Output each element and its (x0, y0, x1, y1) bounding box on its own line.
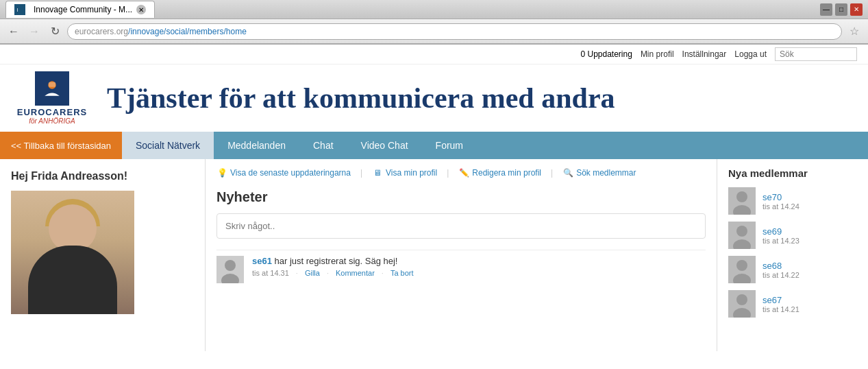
browser-favicon: I (14, 4, 25, 15)
bookmark-btn[interactable]: ☆ (846, 23, 863, 40)
settings-link[interactable]: Inställningar (682, 49, 727, 59)
post-content: se61 har just registrerat sig. Säg hej! … (252, 256, 706, 277)
tab-close-btn[interactable]: ✕ (136, 5, 146, 14)
logout-link[interactable]: Logga ut (734, 49, 767, 59)
svg-point-6 (225, 260, 236, 271)
svg-point-12 (736, 226, 747, 237)
news-section: Nyheter se61 h (216, 189, 706, 289)
action-edit-link[interactable]: ✏️ Redigera min profil (458, 167, 541, 178)
tab-title: Innovage Community - M... (34, 5, 132, 14)
svg-point-15 (736, 260, 747, 271)
close-btn[interactable]: ✕ (850, 3, 863, 16)
meta-sep3: · (382, 269, 384, 277)
action-bar: 💡 Visa de senaste uppdateringarna | 🖥 Vi… (216, 167, 706, 178)
updates-count: 0 Uppdatering (580, 49, 632, 59)
left-panel: Hej Frida Andreasson! (0, 159, 206, 351)
browser-tab[interactable]: I Innovage Community - M... ✕ (5, 1, 155, 18)
my-profile-link[interactable]: Min profil (641, 49, 674, 59)
member-item-1: se69 tis at 14.23 (728, 222, 857, 249)
member-avatar-3 (728, 290, 756, 318)
page-content: 0 Uppdatering Min profil Inställningar L… (0, 45, 868, 351)
minimize-btn[interactable]: — (820, 3, 832, 16)
search-input[interactable] (775, 47, 857, 61)
member-info-2: se68 tis at 14.22 (762, 261, 799, 279)
member-time-2: tis at 14.22 (762, 271, 799, 279)
sep1: | (360, 168, 362, 178)
nav-item-chat[interactable]: Chat (299, 132, 347, 159)
nav-item-social[interactable]: Socialt Nätverk (122, 132, 214, 159)
post-meta: tis at 14.31 · Gilla · Kommentar · Ta bo… (252, 269, 706, 277)
member-item-0: se70 tis at 14.24 (728, 187, 857, 215)
svg-point-18 (736, 294, 747, 305)
news-input[interactable] (216, 213, 706, 239)
back-nav-btn[interactable]: ← (5, 23, 22, 40)
news-title: Nyheter (216, 189, 706, 205)
member-info-1: se69 tis at 14.23 (762, 226, 799, 245)
member-avatar-1 (728, 222, 756, 249)
post-time: tis at 14.31 (252, 269, 289, 277)
nav-bar: << Tillbaka till förstasidan Socialt Nät… (0, 132, 868, 159)
post-message: har just registrerat sig. Säg hej! (272, 256, 398, 266)
avatar-icon (216, 256, 244, 283)
reload-btn[interactable]: ↻ (47, 23, 63, 40)
url-path: /innovage/social/members/home (128, 27, 247, 36)
member-info-3: se67 tis at 14.21 (762, 295, 799, 313)
forward-nav-btn[interactable]: → (26, 23, 42, 40)
member-avatar-2 (728, 256, 756, 283)
member-name-1[interactable]: se69 (762, 226, 799, 237)
edit-icon: ✏️ (458, 167, 469, 178)
news-post: se61 har just registrerat sig. Säg hej! … (216, 250, 706, 289)
main-layout: Hej Frida Andreasson! 💡 Visa de senaste … (0, 159, 868, 351)
profile-image (11, 191, 134, 314)
new-members-title: Nya medlemmar (728, 167, 857, 179)
meta-sep2: · (327, 269, 329, 277)
action-updates-link[interactable]: 💡 Visa de senaste uppdateringarna (216, 167, 351, 178)
maximize-btn[interactable]: □ (835, 3, 847, 16)
action-edit-label: Redigera min profil (472, 168, 541, 178)
search-icon: 🔍 (562, 167, 573, 178)
svg-point-9 (736, 191, 747, 202)
center-panel: 💡 Visa de senaste uppdateringarna | 🖥 Vi… (206, 159, 717, 351)
member-name-2[interactable]: se68 (762, 261, 799, 271)
top-bar: 0 Uppdatering Min profil Inställningar L… (0, 45, 868, 64)
right-panel: Nya medlemmar se70 tis at 14.24 se69 tis… (717, 159, 868, 351)
back-to-home-btn[interactable]: << Tillbaka till förstasidan (0, 132, 122, 159)
nav-item-videochat[interactable]: Video Chat (347, 132, 422, 159)
post-text: se61 har just registrerat sig. Säg hej! (252, 256, 706, 266)
nav-item-meddelanden[interactable]: Meddelanden (214, 132, 299, 159)
action-profile-link[interactable]: 🖥 Visa min profil (372, 167, 437, 178)
profile-photo (11, 191, 134, 314)
action-search-link[interactable]: 🔍 Sök medlemmar (562, 167, 636, 178)
action-updates-label: Visa de senaste uppdateringarna (230, 168, 351, 178)
browser-toolbar: ← → ↻ eurocarers.org /innovage/social/me… (0, 19, 868, 44)
svg-rect-4 (49, 82, 55, 87)
profile-body (28, 246, 117, 314)
site-title: Tjänster för att kommunicera med andra (107, 82, 615, 115)
member-time-3: tis at 14.21 (762, 305, 799, 313)
browser-chrome: I Innovage Community - M... ✕ — □ ✕ ← → … (0, 0, 868, 45)
post-delete-link[interactable]: Ta bort (390, 269, 414, 277)
action-search-label: Sök medlemmar (576, 168, 636, 178)
member-time-1: tis at 14.23 (762, 237, 799, 245)
url-protocol: eurocarers.org (75, 27, 128, 36)
nav-item-forum[interactable]: Forum (422, 132, 477, 159)
post-comment-link[interactable]: Kommentar (336, 269, 375, 277)
post-avatar (216, 256, 244, 283)
sep2: | (447, 168, 449, 178)
member-name-0[interactable]: se70 (762, 192, 799, 202)
logo-sub-text: för ANHÖRIGA (29, 117, 75, 125)
member-avatar-0 (728, 187, 756, 215)
site-header: EUROCARERS för ANHÖRIGA Tjänster för att… (0, 64, 868, 132)
address-bar[interactable]: eurocarers.org /innovage/social/members/… (67, 23, 842, 40)
logo-main-text: EUROCARERS (17, 107, 87, 117)
window-controls: — □ ✕ (820, 3, 863, 16)
profile-icon: 🖥 (372, 167, 383, 178)
post-username[interactable]: se61 (252, 256, 272, 266)
post-like-link[interactable]: Gilla (305, 269, 320, 277)
browser-titlebar: I Innovage Community - M... ✕ — □ ✕ (0, 0, 868, 19)
svg-text:I: I (17, 7, 18, 13)
member-item-2: se68 tis at 14.22 (728, 256, 857, 283)
meta-sep1: · (296, 269, 298, 277)
action-profile-label: Visa min profil (386, 168, 437, 178)
member-name-3[interactable]: se67 (762, 295, 799, 305)
